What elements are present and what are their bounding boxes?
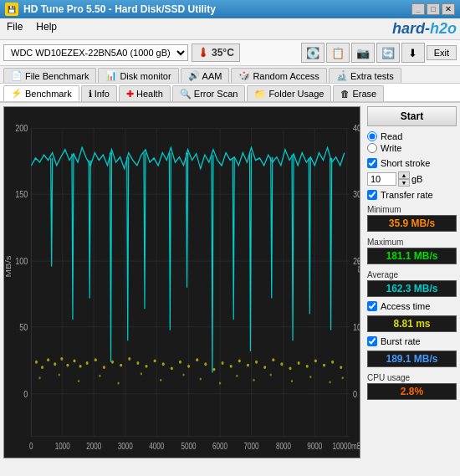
tab-file-benchmark-label: File Benchmark	[25, 71, 89, 81]
svg-point-76	[314, 360, 317, 363]
svg-point-57	[154, 360, 156, 363]
camera-icon-btn[interactable]: 📷	[351, 43, 375, 63]
svg-text:150: 150	[15, 189, 28, 199]
svg-point-60	[179, 361, 181, 364]
svg-point-44	[54, 362, 56, 366]
svg-point-93	[291, 380, 293, 382]
svg-point-82	[78, 380, 79, 382]
svg-point-55	[136, 361, 139, 365]
svg-point-48	[79, 365, 82, 368]
write-radio[interactable]	[367, 143, 377, 153]
svg-text:10: 10	[353, 322, 360, 332]
svg-point-77	[323, 364, 325, 367]
start-button[interactable]: Start	[367, 106, 457, 126]
svg-point-67	[238, 360, 241, 363]
svg-point-88	[200, 378, 202, 381]
refresh-icon-btn[interactable]: 🔄	[376, 43, 400, 63]
transfer-rate-checkbox-label[interactable]: Transfer rate	[367, 190, 457, 200]
toolbar-right: 💽 📋 📷 🔄 ⬇ Exit	[301, 43, 457, 63]
close-button[interactable]: ✕	[442, 3, 455, 15]
svg-point-58	[162, 362, 165, 366]
cpu-usage-value: 2.8%	[367, 383, 457, 400]
access-time-checkbox-label[interactable]: Access time	[367, 301, 457, 311]
download-icon-btn[interactable]: ⬇	[401, 43, 425, 63]
minimize-button[interactable]: _	[411, 3, 425, 15]
svg-point-63	[204, 362, 207, 366]
svg-point-69	[255, 361, 258, 364]
extra-tests-icon: 🔬	[336, 70, 348, 81]
tab-extra-tests-label: Extra tests	[350, 71, 394, 81]
svg-text:9000: 9000	[307, 442, 322, 451]
transfer-rate-checkbox[interactable]	[367, 190, 377, 200]
svg-point-71	[272, 358, 274, 361]
read-radio[interactable]	[367, 131, 377, 141]
svg-text:7000: 7000	[243, 442, 258, 451]
tab-aam[interactable]: 🔊 AAM	[181, 68, 230, 83]
read-write-radio-group: Read Write	[367, 130, 457, 155]
brand-text: hard-h2o	[392, 20, 457, 38]
access-time-label: Access time	[381, 301, 430, 311]
file-menu[interactable]: File	[3, 20, 26, 38]
svg-point-49	[86, 361, 89, 365]
tab-folder-usage[interactable]: 📁 Folder Usage	[247, 85, 331, 101]
svg-point-81	[59, 373, 60, 376]
svg-point-66	[230, 365, 233, 368]
tab-random-access[interactable]: 🎲 Random Access	[231, 68, 326, 83]
short-stroke-spinner-row: 10 ▲ ▼ gB	[367, 171, 457, 187]
write-radio-label[interactable]: Write	[367, 143, 457, 153]
svg-text:0: 0	[29, 442, 33, 451]
write-label: Write	[381, 143, 401, 153]
svg-text:10000mB: 10000mB	[333, 442, 360, 451]
svg-point-92	[270, 373, 272, 376]
folder-usage-icon: 📁	[254, 89, 266, 100]
burst-rate-checkbox-label[interactable]: Burst rate	[367, 336, 457, 346]
svg-point-89	[219, 382, 221, 385]
window-title: HD Tune Pro 5.50 - Hard Disk/SSD Utility	[23, 3, 216, 15]
read-radio-label[interactable]: Read	[367, 131, 457, 141]
tab-error-scan[interactable]: 🔍 Error Scan	[172, 85, 246, 101]
burst-rate-checkbox[interactable]	[367, 336, 377, 346]
spinner-up-button[interactable]: ▲	[398, 171, 410, 179]
average-label: Average	[367, 270, 457, 279]
spinner-down-button[interactable]: ▼	[398, 179, 410, 187]
svg-point-83	[99, 375, 100, 377]
tab-file-benchmark[interactable]: 📄 File Benchmark	[3, 68, 96, 83]
svg-point-84	[117, 382, 119, 385]
tab-extra-tests[interactable]: 🔬 Extra tests	[329, 68, 401, 83]
exit-button[interactable]: Exit	[427, 45, 457, 60]
short-stroke-checkbox-label[interactable]: Short stroke	[367, 158, 457, 168]
short-stroke-label: Short stroke	[381, 158, 430, 168]
tab-benchmark[interactable]: ⚡ Benchmark	[3, 85, 79, 101]
svg-point-90	[236, 375, 238, 377]
maximize-button[interactable]: □	[427, 3, 440, 15]
access-time-checkbox[interactable]	[367, 301, 377, 311]
drive-selector[interactable]: WDC WD10EZEX-22BN5A0 (1000 gB)	[3, 44, 188, 61]
svg-point-51	[103, 366, 105, 369]
svg-point-70	[263, 366, 266, 369]
tab-error-scan-label: Error Scan	[194, 89, 238, 99]
nav-row1: 📄 File Benchmark 📊 Disk monitor 🔊 AAM 🎲 …	[0, 66, 460, 84]
tab-disk-monitor[interactable]: 📊 Disk monitor	[98, 68, 178, 83]
help-menu[interactable]: Help	[33, 20, 60, 38]
read-label: Read	[381, 131, 402, 141]
svg-point-59	[171, 366, 173, 370]
tab-health[interactable]: ✚ Health	[119, 85, 171, 101]
tab-info[interactable]: ℹ Info	[81, 85, 117, 101]
main-toolbar: WDC WD10EZEX-22BN5A0 (1000 gB) 🌡 35°C 💽 …	[0, 40, 460, 66]
svg-point-73	[289, 366, 292, 370]
disk-monitor-icon: 📊	[105, 70, 117, 81]
tab-erase-label: Erase	[352, 89, 376, 99]
maximum-value: 181.1 MB/s	[367, 248, 457, 264]
svg-point-94	[309, 376, 311, 378]
svg-point-56	[145, 365, 147, 368]
erase-icon: 🗑	[340, 89, 350, 99]
tab-erase[interactable]: 🗑 Erase	[333, 85, 384, 101]
hdd-icon-btn[interactable]: 💽	[301, 43, 325, 63]
health-icon: ✚	[126, 89, 134, 100]
list-icon-btn[interactable]: 📋	[326, 43, 350, 63]
access-time-value: 8.81 ms	[367, 315, 457, 332]
svg-point-52	[111, 361, 114, 364]
short-stroke-checkbox[interactable]	[367, 158, 377, 168]
short-stroke-input[interactable]: 10	[367, 172, 396, 186]
svg-point-45	[60, 357, 63, 361]
